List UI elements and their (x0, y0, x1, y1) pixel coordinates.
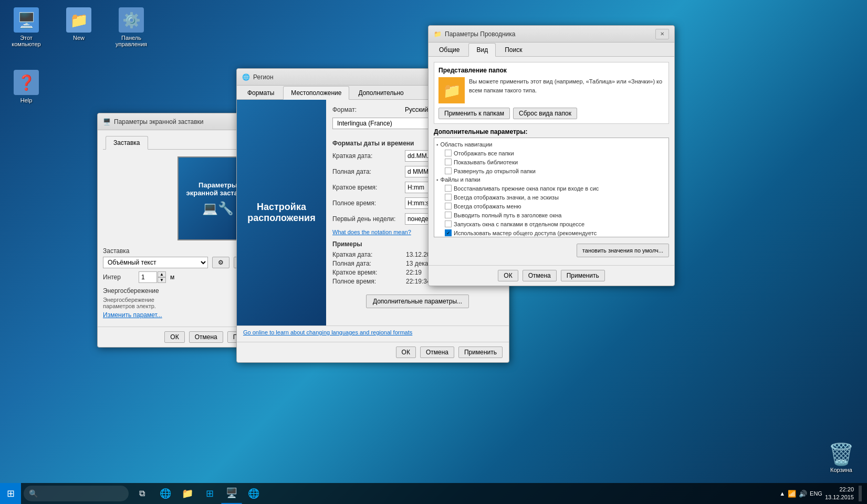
help-label: Help (20, 97, 33, 103)
start-icon: ⊞ (7, 488, 15, 499)
computer-label: Этот компьютер (12, 35, 40, 47)
reset-folders-btn[interactable]: Сброс вида папок (513, 108, 577, 119)
tree-item-expand[interactable]: Развернуть до открытой папки (436, 166, 666, 175)
checkbox-separate-process[interactable] (445, 220, 452, 227)
checkbox-show-libraries[interactable] (445, 159, 452, 165)
interval-input[interactable] (139, 271, 157, 283)
taskbar-tray: ▲ 📶 🔊 ENG 22:20 13.12.2015 (779, 486, 867, 502)
screensaver-title-text: Параметры экранной заставки (114, 118, 204, 125)
new-folder-icon: 📁 (66, 7, 91, 33)
control-panel-icon: ⚙️ (119, 7, 144, 33)
start-button[interactable]: ⊞ (0, 483, 21, 504)
short-date-label: Краткая дата: (332, 152, 401, 160)
region-ok-btn[interactable]: ОК (396, 346, 416, 358)
folder-view-section: Представление папок 📁 Вы можете применит… (434, 62, 669, 124)
checkbox-sharing-wizard[interactable]: ✓ (445, 229, 452, 236)
tree-item-full-path[interactable]: Выводить полный путь в заголовке окна (436, 211, 666, 219)
desktop-icon-new[interactable]: 📁 New (58, 5, 100, 49)
ex-short-time-label: Краткое время: (332, 269, 401, 276)
help-icon: ❓ (14, 70, 39, 95)
checkbox-always-menu[interactable] (445, 203, 452, 209)
explorer-window: 📁 Параметры Проводника ✕ Общие Вид Поиск… (428, 25, 675, 286)
explorer-controls: ✕ (655, 29, 669, 39)
recycle-bin[interactable]: 🗑️ Корзина (826, 440, 856, 475)
region-tab-advanced[interactable]: Дополнительно (350, 86, 411, 100)
volume-icon[interactable]: 🔊 (799, 490, 807, 498)
screensaver-tab-screensaver[interactable]: Заставка (106, 136, 148, 150)
explorer-title-icon: 📁 (434, 30, 442, 38)
folder-view-btns: Применить к папкам Сброс вида папок (438, 108, 664, 119)
desktop-icon-help[interactable]: ❓ Help (5, 68, 47, 106)
label-always-menu: Всегда отображать меню (454, 203, 521, 209)
advanced-tree: ▪ Область навигации Отображать все папки… (434, 138, 669, 237)
explorer-tab-view[interactable]: Вид (468, 43, 496, 57)
folder-icon: 📁 (438, 77, 465, 103)
tree-item-always-icons[interactable]: Всегда отображать значки, а не эскизы (436, 193, 666, 202)
tray-expand[interactable]: ▲ (779, 490, 785, 497)
explorer-tab-search[interactable]: Поиск (497, 43, 530, 57)
tree-item-separate-process[interactable]: Запускать окна с папками в отдельном про… (436, 219, 666, 228)
taskbar-apps: 🌐 📁 ⊞ 🖥️ 🌐 (155, 483, 264, 504)
apply-to-folders-btn[interactable]: Применить к папкам (438, 108, 510, 119)
tree-item-restore-windows[interactable]: Восстанавливать прежние окна папок при в… (436, 184, 666, 193)
taskbar-search[interactable]: 🔍 (24, 486, 129, 501)
interval-down-btn[interactable] (158, 277, 166, 283)
tree-item-show-all[interactable]: Отображать все папки (436, 149, 666, 158)
region-tab-formats[interactable]: Форматы (239, 86, 282, 100)
region-tab-location[interactable]: Местоположение (283, 86, 349, 100)
explorer-title: 📁 Параметры Проводника (434, 30, 515, 38)
region-apply-btn[interactable]: Применить (458, 346, 503, 358)
screensaver-settings-btn[interactable]: ⚙ (212, 257, 229, 268)
label-full-path: Выводить полный путь в заголовке окна (454, 212, 561, 218)
tree-item-always-menu[interactable]: Всегда отображать меню (436, 202, 666, 211)
checkbox-expand[interactable] (445, 167, 452, 174)
screensaver-select[interactable]: Объёмный текст (103, 257, 208, 268)
additional-params-btn[interactable]: Дополнительные параметры... (366, 295, 469, 308)
label-show-all: Отображать все папки (454, 150, 514, 156)
tree-item-sharing-wizard[interactable]: ✓ Использовать мастер общего доступа (ре… (436, 228, 666, 237)
tree-item-show-libraries[interactable]: Показывать библиотеки (436, 158, 666, 166)
language-label[interactable]: ENG (810, 490, 822, 497)
desktop-icon-computer[interactable]: 🖥️ Этот компьютер (5, 5, 47, 49)
store-icon: ⊞ (206, 488, 214, 499)
explorer-close-btn[interactable]: ✕ (655, 29, 669, 39)
interval-input-wrapper (139, 271, 166, 283)
network-icon[interactable]: 📶 (788, 490, 796, 498)
taskbar-task-view[interactable]: ⧉ (131, 483, 152, 504)
first-day-label: Первый день недели: (332, 215, 401, 223)
restore-defaults-btn[interactable]: тановить значения по умолч... (577, 244, 669, 257)
checkbox-show-all[interactable] (445, 150, 452, 156)
folder-view-header: Представление папок (438, 67, 664, 74)
checkbox-restore-windows[interactable] (445, 185, 452, 192)
show-desktop-btn[interactable] (859, 486, 862, 501)
taskbar-edge[interactable]: 🌐 (155, 483, 176, 504)
checkbox-full-path[interactable] (445, 212, 452, 218)
taskbar-store[interactable]: ⊞ (199, 483, 220, 504)
task-view-icon: ⧉ (139, 489, 145, 498)
explorer-cancel-btn[interactable]: Отмена (523, 270, 557, 281)
checkbox-always-icons[interactable] (445, 194, 452, 201)
screensaver-ok-btn[interactable]: ОК (164, 331, 184, 343)
tree-files-label: Файлы и папки (441, 176, 480, 183)
taskbar-browser[interactable]: 🌐 (243, 483, 264, 504)
explorer-tab-general[interactable]: Общие (431, 43, 467, 57)
explorer-ok-btn[interactable]: ОК (498, 270, 518, 281)
taskbar-clock[interactable]: 22:20 13.12.2015 (825, 486, 854, 502)
tree-files-arrow: ▪ (436, 177, 438, 183)
taskbar-explorer[interactable]: 📁 (177, 483, 198, 504)
desktop-icon-control-panel[interactable]: ⚙️ Панель управления (110, 5, 152, 49)
browser-icon: 🌐 (248, 488, 259, 499)
explorer-titlebar: 📁 Параметры Проводника ✕ (429, 26, 674, 43)
interval-spinners (158, 271, 166, 283)
region-footer: ОК Отмена Применить (237, 342, 509, 362)
online-link[interactable]: Go online to learn about changing langua… (243, 329, 503, 335)
power-link[interactable]: Изменить парамет... (103, 311, 162, 319)
interval-up-btn[interactable] (158, 271, 166, 277)
edge-icon: 🌐 (160, 488, 171, 499)
region-cancel-btn[interactable]: Отмена (420, 346, 454, 358)
screensaver-cancel-btn[interactable]: Отмена (189, 331, 223, 343)
explorer-content: Представление папок 📁 Вы можете применит… (429, 57, 674, 262)
taskbar-app-active[interactable]: 🖥️ (221, 483, 242, 504)
ex-long-time-label: Полное время: (332, 278, 401, 285)
explorer-apply-btn[interactable]: Применить (561, 270, 605, 281)
